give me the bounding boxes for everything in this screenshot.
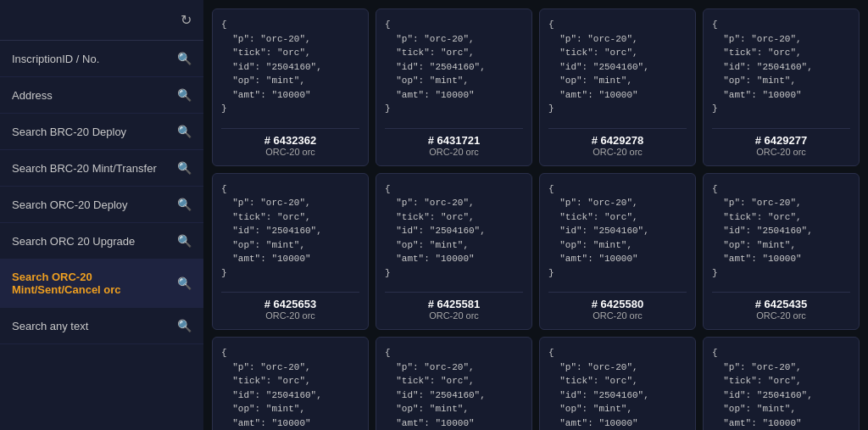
sidebar: ↻ InscriptionID / No. 🔍 Address 🔍 Search… <box>0 0 203 430</box>
card-type: ORC-20 orc <box>548 147 687 157</box>
search-icon: 🔍 <box>177 52 192 65</box>
card-0[interactable]: { "p": "orc-20", "tick": "orc", "id": "2… <box>212 8 369 166</box>
card-type: ORC-20 orc <box>221 310 359 321</box>
search-icon: 🔍 <box>177 125 192 138</box>
sidebar-item-orc20-deploy[interactable]: Search ORC-20 Deploy 🔍 <box>0 187 203 223</box>
sidebar-item-label: Address <box>12 89 53 102</box>
card-type: ORC-20 orc <box>385 147 523 157</box>
sidebar-item-label: InscriptionID / No. <box>12 53 99 65</box>
card-1[interactable]: { "p": "orc-20", "tick": "orc", "id": "2… <box>376 8 532 166</box>
search-icon: 🔍 <box>177 234 192 248</box>
card-footer: # 6431721 ORC-20 orc <box>385 134 523 157</box>
card-4[interactable]: { "p": "orc-20", "tick": "orc", "id": "2… <box>212 173 369 331</box>
card-footer: # 6425435 ORC-20 orc <box>712 298 850 321</box>
card-id: # 6425581 <box>385 298 523 310</box>
sidebar-item-any-text[interactable]: Search any text 🔍 <box>0 308 203 344</box>
sidebar-item-brc20-deploy[interactable]: Search BRC-20 Deploy 🔍 <box>0 114 203 150</box>
search-icon: 🔍 <box>177 276 192 290</box>
sidebar-nav: InscriptionID / No. 🔍 Address 🔍 Search B… <box>0 41 203 344</box>
card-code: { "p": "orc-20", "tick": "orc", "id": "2… <box>712 18 850 116</box>
card-divider <box>548 128 687 129</box>
card-11[interactable]: { "p": "orc-20", "tick": "orc", "id": "2… <box>703 337 860 430</box>
card-5[interactable]: { "p": "orc-20", "tick": "orc", "id": "2… <box>376 173 532 331</box>
card-code: { "p": "orc-20", "tick": "orc", "id": "2… <box>548 18 687 116</box>
search-icon: 🔍 <box>177 319 192 332</box>
card-footer: # 6432362 ORC-20 orc <box>221 134 359 157</box>
card-2[interactable]: { "p": "orc-20", "tick": "orc", "id": "2… <box>539 8 696 166</box>
card-type: ORC-20 orc <box>712 310 850 321</box>
card-footer: # 6425580 ORC-20 orc <box>548 298 687 321</box>
card-divider <box>221 292 359 293</box>
card-type: ORC-20 orc <box>221 147 359 157</box>
sidebar-item-orc20-mint[interactable]: Search ORC-20 Mint/Sent/Cancel orc 🔍 <box>0 260 203 308</box>
card-code: { "p": "orc-20", "tick": "orc", "id": "2… <box>712 346 850 430</box>
card-8[interactable]: { "p": "orc-20", "tick": "orc", "id": "2… <box>212 337 369 430</box>
sidebar-item-label: Search ORC-20 Mint/Sent/Cancel orc <box>12 271 177 296</box>
card-footer: # 6429278 ORC-20 orc <box>548 134 687 157</box>
card-code: { "p": "orc-20", "tick": "orc", "id": "2… <box>221 346 359 430</box>
sidebar-item-label: Search any text <box>12 320 88 332</box>
card-code: { "p": "orc-20", "tick": "orc", "id": "2… <box>712 182 850 281</box>
card-9[interactable]: { "p": "orc-20", "tick": "orc", "id": "2… <box>376 337 532 430</box>
card-footer: # 6425581 ORC-20 orc <box>385 298 523 321</box>
card-code: { "p": "orc-20", "tick": "orc", "id": "2… <box>221 182 359 281</box>
card-10[interactable]: { "p": "orc-20", "tick": "orc", "id": "2… <box>539 337 696 430</box>
sidebar-item-label: Search BRC-20 Mint/Transfer <box>12 162 157 175</box>
card-footer: # 6425653 ORC-20 orc <box>221 298 359 321</box>
cards-grid: { "p": "orc-20", "tick": "orc", "id": "2… <box>212 8 860 430</box>
sidebar-item-label: Search ORC-20 Deploy <box>12 198 128 211</box>
card-divider <box>548 292 687 293</box>
sidebar-item-label: Search ORC 20 Upgrade <box>12 235 135 248</box>
card-id: # 6425653 <box>221 298 359 310</box>
card-divider <box>385 128 523 129</box>
card-3[interactable]: { "p": "orc-20", "tick": "orc", "id": "2… <box>703 8 860 166</box>
card-type: ORC-20 orc <box>712 147 850 157</box>
sidebar-item-brc20-mint[interactable]: Search BRC-20 Mint/Transfer 🔍 <box>0 150 203 187</box>
sidebar-item-orc20-upgrade[interactable]: Search ORC 20 Upgrade 🔍 <box>0 223 203 260</box>
card-divider <box>712 128 850 129</box>
card-id: # 6432362 <box>221 134 359 147</box>
card-code: { "p": "orc-20", "tick": "orc", "id": "2… <box>385 346 523 430</box>
card-type: ORC-20 orc <box>548 310 687 321</box>
search-icon: 🔍 <box>177 88 192 102</box>
card-7[interactable]: { "p": "orc-20", "tick": "orc", "id": "2… <box>703 173 860 331</box>
card-code: { "p": "orc-20", "tick": "orc", "id": "2… <box>221 18 359 116</box>
card-id: # 6431721 <box>385 134 523 147</box>
card-footer: # 6429277 ORC-20 orc <box>712 134 850 157</box>
sidebar-item-inscription-id[interactable]: InscriptionID / No. 🔍 <box>0 41 203 77</box>
search-icon: 🔍 <box>177 161 192 175</box>
card-id: # 6425580 <box>548 298 687 310</box>
card-divider <box>712 292 850 293</box>
card-type: ORC-20 orc <box>385 310 523 321</box>
refresh-icon[interactable]: ↻ <box>181 12 192 28</box>
card-code: { "p": "orc-20", "tick": "orc", "id": "2… <box>385 18 523 116</box>
sidebar-item-address[interactable]: Address 🔍 <box>0 77 203 114</box>
card-divider <box>221 128 359 129</box>
sidebar-item-label: Search BRC-20 Deploy <box>12 126 126 138</box>
card-code: { "p": "orc-20", "tick": "orc", "id": "2… <box>385 182 523 281</box>
main-content: { "p": "orc-20", "tick": "orc", "id": "2… <box>203 0 868 430</box>
sidebar-header: ↻ <box>0 0 203 41</box>
card-code: { "p": "orc-20", "tick": "orc", "id": "2… <box>548 182 687 281</box>
card-6[interactable]: { "p": "orc-20", "tick": "orc", "id": "2… <box>539 173 696 331</box>
card-id: # 6429277 <box>712 134 850 147</box>
search-icon: 🔍 <box>177 198 192 211</box>
card-id: # 6429278 <box>548 134 687 147</box>
card-divider <box>385 292 523 293</box>
card-id: # 6425435 <box>712 298 850 310</box>
card-code: { "p": "orc-20", "tick": "orc", "id": "2… <box>548 346 687 430</box>
